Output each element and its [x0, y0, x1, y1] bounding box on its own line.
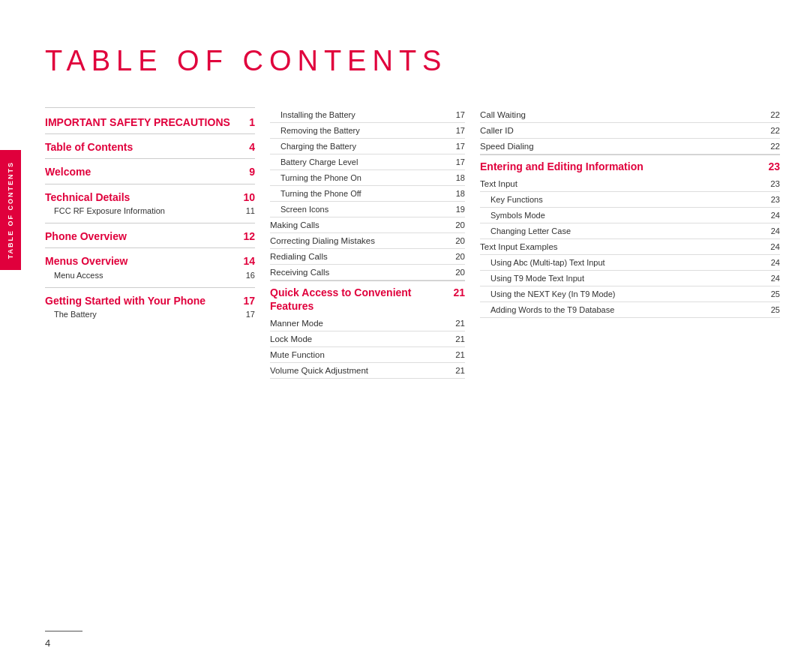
- sub-item-label: Menu Access: [54, 270, 103, 281]
- column-2: Installing the Battery 17 Removing the B…: [255, 107, 465, 379]
- item-page: 22: [770, 110, 780, 119]
- section-page-num: 23: [768, 160, 780, 173]
- section-page-num: 17: [243, 294, 255, 308]
- section-title-important-safety: IMPORTANT SAFETY PRECAUTIONS 1: [45, 114, 255, 129]
- section-title-phone-overview: Phone Overview 12: [45, 230, 255, 243]
- item-page: 18: [456, 173, 465, 182]
- section-title-text: Table of Contents: [45, 140, 243, 154]
- col3-text-input: Text Input 23: [480, 176, 780, 192]
- section-page-num: 14: [243, 254, 255, 268]
- item-page: 18: [456, 189, 465, 198]
- section-title-text: Entering and Editing Information: [480, 160, 762, 173]
- side-tab-label: TABLE OF CONTENTS: [7, 161, 14, 259]
- col3-t9-mode: Using T9 Mode Text Input 24: [480, 271, 780, 286]
- col2-removing-battery: Removing the Battery 17: [270, 123, 465, 139]
- section-page-num: 4: [249, 140, 255, 154]
- section-title-text: Getting Started with Your Phone: [45, 294, 237, 308]
- col3-key-functions: Key Functions 23: [480, 192, 780, 208]
- section-getting-started: Getting Started with Your Phone 17 The B…: [45, 287, 255, 327]
- item-label: Charging the Battery: [280, 142, 356, 151]
- section-title-menus-overview: Menus Overview 14: [45, 254, 255, 268]
- item-page: 25: [771, 290, 780, 298]
- item-page: 24: [770, 242, 780, 251]
- col2-making-calls: Making Calls 20: [270, 218, 465, 233]
- item-label: Text Input Examples: [480, 242, 558, 251]
- col2-screen-icons: Screen Icons 19: [270, 202, 465, 218]
- item-page: 21: [455, 366, 465, 375]
- item-page: 21: [455, 319, 465, 328]
- item-page: 19: [456, 205, 465, 214]
- footer-page-number: 4: [45, 638, 50, 649]
- item-page: 21: [455, 334, 465, 344]
- item-label: Using Abc (Multi-tap) Text Input: [490, 258, 605, 267]
- item-label: Volume Quick Adjustment: [270, 366, 368, 375]
- sub-item-page: 11: [246, 206, 255, 217]
- section-title-text: Menus Overview: [45, 254, 237, 268]
- sub-item-page: 16: [246, 270, 255, 281]
- section-toc: Table of Contents 4: [45, 134, 255, 158]
- col3-text-input-examples: Text Input Examples 24: [480, 239, 780, 255]
- item-page: 17: [456, 126, 465, 135]
- col2-turning-phone-off: Turning the Phone Off 18: [270, 186, 465, 202]
- item-page: 17: [456, 110, 465, 119]
- item-page: 23: [770, 179, 780, 188]
- section-welcome: Welcome 9: [45, 158, 255, 183]
- section-title-getting-started: Getting Started with Your Phone 17: [45, 294, 255, 308]
- item-label: Caller ID: [480, 126, 514, 135]
- item-page: 24: [771, 211, 780, 220]
- section-quick-access: Quick Access to Convenient Features 21: [270, 280, 465, 316]
- item-label: Symbols Mode: [490, 211, 545, 220]
- item-label: Text Input: [480, 179, 518, 188]
- section-important-safety: IMPORTANT SAFETY PRECAUTIONS 1: [45, 107, 255, 134]
- section-page-num: 21: [453, 286, 465, 299]
- col3-call-waiting: Call Waiting 22: [480, 107, 780, 123]
- col2-mute-function: Mute Function 21: [270, 347, 465, 363]
- item-label: Call Waiting: [480, 110, 526, 119]
- item-page: 22: [770, 126, 780, 135]
- item-page: 21: [455, 350, 465, 359]
- item-label: Adding Words to the T9 Database: [490, 305, 614, 314]
- sub-item-page: 17: [246, 309, 255, 320]
- sub-item-battery: The Battery 17: [45, 308, 255, 322]
- footer: 4: [45, 631, 82, 650]
- page-title: TABLE OF CONTENTS: [45, 45, 780, 77]
- col3-adding-words: Adding Words to the T9 Database 25: [480, 302, 780, 318]
- col2-lock-mode: Lock Mode 21: [270, 332, 465, 347]
- section-menus-overview: Menus Overview 14 Menu Access 16: [45, 248, 255, 287]
- item-page: 24: [771, 226, 780, 236]
- item-label: Correcting Dialing Mistakes: [270, 236, 375, 245]
- footer-divider: [45, 631, 82, 632]
- item-label: Mute Function: [270, 350, 325, 359]
- section-entering-editing: Entering and Editing Information 23: [480, 154, 780, 176]
- item-label: Screen Icons: [280, 205, 328, 214]
- col2-correcting-dialing: Correcting Dialing Mistakes 20: [270, 233, 465, 249]
- item-label: Using the NEXT Key (In T9 Mode): [490, 290, 616, 298]
- item-label: Turning the Phone On: [280, 173, 362, 182]
- col2-manner-mode: Manner Mode 21: [270, 316, 465, 332]
- side-tab: TABLE OF CONTENTS: [0, 150, 21, 270]
- item-label: Installing the Battery: [280, 110, 356, 119]
- item-page: 23: [771, 195, 780, 204]
- item-label: Making Calls: [270, 220, 320, 230]
- sub-item-label: The Battery: [54, 309, 97, 320]
- section-page-num: 12: [243, 230, 255, 243]
- section-title-text: IMPORTANT SAFETY PRECAUTIONS: [45, 116, 243, 129]
- section-title-text: Quick Access to Convenient Features: [270, 286, 447, 313]
- col3-next-key: Using the NEXT Key (In T9 Mode) 25: [480, 286, 780, 302]
- section-title-toc: Table of Contents 4: [45, 140, 255, 154]
- item-label: Manner Mode: [270, 319, 323, 328]
- section-title-technical-details: Technical Details 10: [45, 190, 255, 204]
- item-page: 25: [771, 305, 780, 314]
- item-label: Key Functions: [490, 195, 543, 204]
- item-page: 20: [455, 252, 465, 261]
- section-page-num: 1: [249, 116, 255, 129]
- item-label: Lock Mode: [270, 334, 312, 344]
- item-page: 17: [456, 158, 465, 166]
- col3-caller-id: Caller ID 22: [480, 123, 780, 139]
- item-page: 20: [455, 268, 465, 277]
- col3-changing-letter: Changing Letter Case 24: [480, 224, 780, 239]
- col2-receiving-calls: Receiving Calls 20: [270, 265, 465, 280]
- item-page: 17: [456, 142, 465, 151]
- col2-charging-battery: Charging the Battery 17: [270, 139, 465, 154]
- section-phone-overview: Phone Overview 12: [45, 223, 255, 248]
